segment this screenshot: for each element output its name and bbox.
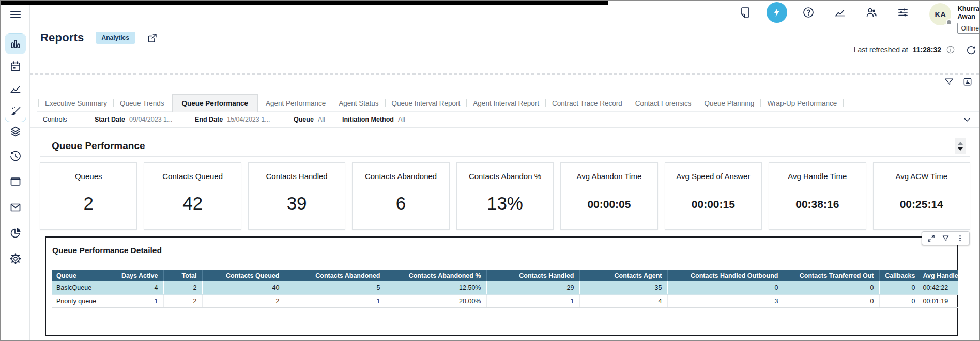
- filter-icon[interactable]: [944, 77, 954, 87]
- history-icon[interactable]: [9, 150, 22, 162]
- table-cell: 00:01:19: [921, 294, 958, 307]
- column-header-contacts-tranferred-out[interactable]: Contacts Tranferred Out: [784, 270, 879, 281]
- calendar-icon[interactable]: [9, 60, 22, 72]
- stat-card-label: Queues: [40, 172, 136, 181]
- column-header-contacts-queued[interactable]: Contacts Queued: [202, 270, 285, 281]
- report-tabs: Executive SummaryQueue TrendsQueue Perfo…: [37, 95, 979, 112]
- tab-agent-performance[interactable]: Agent Performance: [261, 95, 331, 111]
- stat-card-label: Avg Abandon Time: [561, 172, 657, 181]
- hamburger-menu-icon[interactable]: [9, 8, 22, 21]
- users-icon[interactable]: [865, 6, 878, 19]
- section-stepper[interactable]: [955, 138, 966, 154]
- sidebar: [1, 1, 30, 340]
- column-header-avg-handle-time[interactable]: Avg Handle Time: [921, 270, 958, 281]
- export-download-icon[interactable]: [962, 77, 973, 87]
- table-cell: 20.00%: [386, 294, 486, 307]
- stat-card-avg-speed-of-answer: Avg Speed of Answer00:00:15: [665, 162, 762, 230]
- stat-card-label: Contacts Abandoned: [353, 172, 449, 181]
- column-header-days-active[interactable]: Days Active: [112, 270, 163, 281]
- table-row-priority-queue[interactable]: Priority queue122120.00%1430000:01:19: [52, 294, 958, 307]
- flash-icon[interactable]: [767, 2, 787, 23]
- controls-collapse-chevron-icon[interactable]: [962, 115, 972, 124]
- dashed-divider: [30, 73, 979, 75]
- notepad-icon[interactable]: [739, 6, 752, 19]
- tab-separator: [171, 99, 171, 107]
- stat-card-contacts-queued: Contacts Queued42: [144, 162, 241, 230]
- tab-queue-interval-report[interactable]: Queue Interval Report: [387, 95, 466, 111]
- line-chart-icon[interactable]: [9, 83, 22, 95]
- control-initiation-method[interactable]: Initiation Method All: [342, 116, 405, 123]
- tab-contract-trace-record[interactable]: Contract Trace Record: [547, 95, 627, 111]
- column-header-contacts-handled[interactable]: Contacts Handled: [486, 270, 579, 281]
- column-header-callbacks[interactable]: Callbacks: [879, 270, 921, 281]
- control-start-date[interactable]: Start Date 09/04/2023 1...: [95, 116, 195, 123]
- table-cell: 2: [163, 281, 202, 294]
- mail-icon[interactable]: [9, 201, 22, 214]
- metrics-icon[interactable]: [834, 6, 846, 19]
- window-icon[interactable]: [9, 175, 22, 188]
- control-end-date[interactable]: End Date 15/04/2023 1...: [195, 116, 294, 123]
- avatar[interactable]: KA: [929, 3, 951, 25]
- section-header: Queue Performance: [40, 135, 970, 157]
- layers-icon[interactable]: [9, 125, 22, 138]
- stat-card-label: Avg Speed of Answer: [665, 172, 761, 181]
- detailed-widget: Queue Performance Detailed QueueDays Act…: [45, 236, 958, 336]
- settings-sliders-icon[interactable]: [897, 6, 909, 19]
- external-link-icon[interactable]: [147, 33, 158, 43]
- column-header-total[interactable]: Total: [163, 270, 202, 281]
- tab-agent-status[interactable]: Agent Status: [333, 95, 384, 111]
- table-cell: 00:42:22: [921, 281, 958, 294]
- stepper-down-icon[interactable]: [958, 147, 963, 151]
- column-header-contacts-agent[interactable]: Contacts Agent: [579, 270, 667, 281]
- tab-queue-planning[interactable]: Queue Planning: [699, 95, 760, 111]
- controls-label: Controls: [43, 116, 95, 123]
- widget-title: Queue Performance Detailed: [52, 246, 162, 255]
- stat-card-label: Contacts Abandon %: [457, 172, 553, 181]
- stat-card-value: 00:00:15: [665, 198, 761, 211]
- tab-executive-summary[interactable]: Executive Summary: [40, 95, 112, 111]
- page-title: Reports: [40, 31, 84, 45]
- table-cell: 0: [784, 281, 879, 294]
- widget-filter-icon[interactable]: [942, 234, 950, 242]
- stat-card-value: 00:38:16: [769, 198, 865, 211]
- stat-card-label: Avg Handle Time: [769, 172, 865, 181]
- pie-chart-icon[interactable]: [9, 227, 22, 239]
- stat-card-contacts-handled: Contacts Handled39: [248, 162, 345, 230]
- info-icon[interactable]: [946, 45, 955, 54]
- controls-bar: Controls Start Date 09/04/2023 1... End …: [30, 112, 979, 128]
- bar-chart-icon[interactable]: [9, 38, 22, 50]
- tab-separator: [698, 99, 698, 107]
- expand-icon[interactable]: [927, 234, 935, 242]
- stepper-up-icon[interactable]: [958, 142, 963, 145]
- app-window: KA Khurram Awan Offline Reports Analytic…: [0, 0, 980, 341]
- table-clip: QueueDays ActiveTotalContacts QueuedCont…: [52, 270, 958, 308]
- status-select-value: Offline: [961, 25, 978, 32]
- table-header-row: QueueDays ActiveTotalContacts QueuedCont…: [52, 270, 958, 281]
- column-header-contacts-abandoned[interactable]: Contacts Abandoned: [285, 270, 386, 281]
- tab-contact-forensics[interactable]: Contact Forensics: [630, 95, 697, 111]
- status-select[interactable]: Offline: [957, 23, 980, 34]
- table-cell: 0: [879, 281, 921, 294]
- gear-icon[interactable]: [9, 253, 22, 265]
- table-cell: 1: [486, 294, 579, 307]
- refresh-icon[interactable]: [966, 45, 977, 56]
- stat-card-avg-handle-time: Avg Handle Time00:38:16: [769, 162, 866, 230]
- column-header-contacts-abandoned[interactable]: Contacts Abandoned %: [386, 270, 486, 281]
- tab-agent-interval-report[interactable]: Agent Interval Report: [468, 95, 544, 111]
- kpi-cards: Queues2Contacts Queued42Contacts Handled…: [40, 162, 970, 230]
- paintbrush-icon[interactable]: [9, 105, 22, 117]
- tab-queue-performance[interactable]: Queue Performance: [172, 94, 258, 112]
- table-cell: 1: [112, 294, 163, 307]
- column-header-contacts-handled-outbound[interactable]: Contacts Handled Outbound: [667, 270, 784, 281]
- table-row-basicqueue[interactable]: BasicQueue4240512.50%293500000:42:22: [52, 281, 958, 294]
- kebab-menu-icon[interactable]: [956, 234, 964, 242]
- control-queue[interactable]: Queue All: [294, 116, 342, 123]
- tab-queue-trends[interactable]: Queue Trends: [115, 95, 170, 111]
- help-icon[interactable]: [802, 6, 815, 19]
- tab-separator: [113, 99, 114, 107]
- table-cell: 0: [667, 281, 784, 294]
- column-header-queue[interactable]: Queue: [52, 270, 112, 281]
- table-cell: 12.50%: [386, 281, 486, 294]
- tab-wrap-up-performance[interactable]: Wrap-Up Performance: [762, 95, 842, 111]
- stat-card-value: 6: [353, 193, 449, 214]
